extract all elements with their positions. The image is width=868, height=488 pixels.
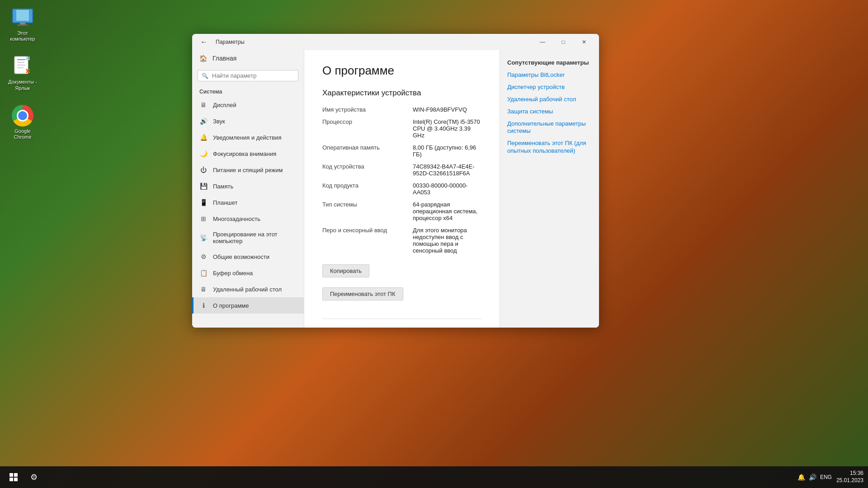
documents-icon[interactable]: Документы - Ярлык [5,53,41,93]
svg-rect-11 [9,473,13,477]
label-processor: Процессор [322,117,413,140]
related-link-remote-desktop[interactable]: Удаленный рабочий стол [507,96,592,103]
label-device-name: Имя устройства [322,105,413,114]
display-label: Дисплей [213,102,236,108]
value-pen-touch: Для этого монитора недоступен ввод с пом… [413,225,481,255]
sidebar-item-projecting[interactable]: 📡 Проецирование на этот компьютер [192,227,304,249]
desktop-icons: Этот компьютер Документы - Ярлык [5,5,41,142]
sidebar-item-about[interactable]: ℹ О программе [192,297,304,314]
copy-device-button[interactable]: Копировать [322,264,369,277]
svg-rect-2 [20,23,25,24]
related-link-system-protection[interactable]: Защита системы [507,108,592,116]
related-link-rename-advanced[interactable]: Переименовать этот ПК (для опытных польз… [507,140,592,155]
chrome-label: Google Chrome [7,128,38,140]
sidebar-item-remote[interactable]: 🖥 Удаленный рабочий стол [192,281,304,297]
notifications-icon: 🔔 [199,133,208,141]
focus-label: Фокусировка внимания [213,150,276,157]
storage-label: Память [213,183,233,190]
speaker-icon[interactable]: 🔊 [809,474,816,481]
related-link-device-manager[interactable]: Диспетчер устройств [507,84,592,91]
svg-rect-5 [17,59,25,60]
search-box[interactable]: 🔍 [198,70,298,81]
value-device-name: WIN-F98A9BFVFVQ [413,105,481,114]
accessibility-icon: ⚙ [199,253,208,261]
sidebar-item-tablet[interactable]: 📱 Планшет [192,194,304,211]
this-pc-icon[interactable]: Этот компьютер [5,5,41,44]
sidebar-item-display[interactable]: 🖥 Дисплей [192,97,304,113]
svg-rect-7 [17,65,25,66]
label-product-code: Код продукта [322,181,413,197]
storage-icon: 💾 [199,182,208,190]
value-ram: 8,00 ГБ (доступно: 6,96 ГБ) [413,143,481,159]
tablet-icon: 📱 [199,198,208,206]
language-indicator[interactable]: ENG [820,474,832,480]
notifications-tray-icon[interactable]: 🔔 [797,474,805,481]
page-title: О программе [322,64,481,78]
sidebar: 🏠 Главная 🔍 Система 🖥 Дисплей 🔊 Звук [192,50,304,328]
clipboard-label: Буфер обмена [213,270,253,277]
sidebar-home[interactable]: 🏠 Главная [192,50,304,66]
desktop: Этот компьютер Документы - Ярлык [0,0,868,488]
device-info-grid: Имя устройства WIN-F98A9BFVFVQ Процессор… [322,105,481,255]
remote-icon: 🖥 [199,285,208,293]
documents-label: Документы - Ярлык [7,79,38,91]
section-system-label: Система [192,85,304,97]
start-button[interactable] [5,468,23,486]
projecting-icon: 📡 [199,234,208,242]
device-buttons: Копировать [322,264,481,282]
tablet-label: Планшет [213,199,238,206]
clock[interactable]: 15:36 25.01.2023 [836,470,863,484]
minimize-button[interactable]: — [532,34,553,50]
about-label: О программе [213,302,249,309]
power-icon: ⏻ [199,166,208,174]
label-device-code: Код устройства [322,162,413,178]
settings-window: ← Параметры — □ ✕ 🏠 Главная 🔍 Сис [192,34,599,328]
label-ram: Оперативная память [322,143,413,159]
value-processor: Intel(R) Core(TM) i5-3570 CPU @ 3.40GHz … [413,117,481,140]
sidebar-item-sound[interactable]: 🔊 Звук [192,113,304,129]
svg-rect-6 [17,62,24,63]
date: 25.01.2023 [836,477,863,484]
focus-icon: 🌙 [199,150,208,158]
home-label: Главная [212,55,236,62]
svg-rect-1 [16,10,29,21]
sidebar-item-accessibility[interactable]: ⚙ Общие возможности [192,249,304,265]
system-tray: 🔔 🔊 ENG [797,474,832,481]
related-title: Сопутствующие параметры [507,59,592,66]
search-icon: 🔍 [202,73,208,79]
sidebar-item-focus[interactable]: 🌙 Фокусировка внимания [192,145,304,162]
projecting-label: Проецирование на этот компьютер [213,231,297,244]
search-input[interactable] [212,72,294,79]
power-label: Питание и спящий режим [213,167,283,174]
related-link-advanced-settings[interactable]: Дополнительные параметры системы [507,120,592,136]
section-divider [322,319,481,319]
label-pen-touch: Перо и сенсорный ввод [322,225,413,255]
home-icon: 🏠 [199,55,207,62]
sidebar-item-notifications[interactable]: 🔔 Уведомления и действия [192,129,304,145]
multitasking-icon: ⊞ [199,215,208,223]
taskbar-right: 🔔 🔊 ENG 15:36 25.01.2023 [797,470,863,484]
svg-rect-12 [14,473,18,477]
sidebar-item-clipboard[interactable]: 📋 Буфер обмена [192,265,304,281]
sidebar-item-power[interactable]: ⏻ Питание и спящий режим [192,162,304,178]
multitasking-label: Многозадачность [213,216,260,222]
sidebar-item-multitasking[interactable]: ⊞ Многозадачность [192,211,304,227]
window-content: 🏠 Главная 🔍 Система 🖥 Дисплей 🔊 Звук [192,50,599,328]
value-device-code: 74C89342-B4A7-4E4E-952D-C32661518F6A [413,162,481,178]
time: 15:36 [836,470,863,477]
settings-taskbar-button[interactable]: ⚙ [25,468,43,486]
close-button[interactable]: ✕ [574,34,594,50]
rename-pc-button[interactable]: Переименовать этот ПК [322,287,403,300]
svg-rect-14 [14,478,18,481]
this-pc-label: Этот компьютер [7,30,38,42]
back-button[interactable]: ← [197,35,211,49]
accessibility-label: Общие возможности [213,253,269,260]
svg-rect-10 [26,56,30,60]
svg-rect-13 [9,478,13,481]
maximize-button[interactable]: □ [553,34,574,50]
value-product-code: 00330-80000-00000-AA053 [413,181,481,197]
sidebar-item-storage[interactable]: 💾 Память [192,178,304,194]
chrome-icon[interactable]: Google Chrome [5,103,41,142]
related-link-bitlocker[interactable]: Параметры BitLocker [507,71,592,79]
window-titlebar: ← Параметры — □ ✕ [192,34,599,50]
